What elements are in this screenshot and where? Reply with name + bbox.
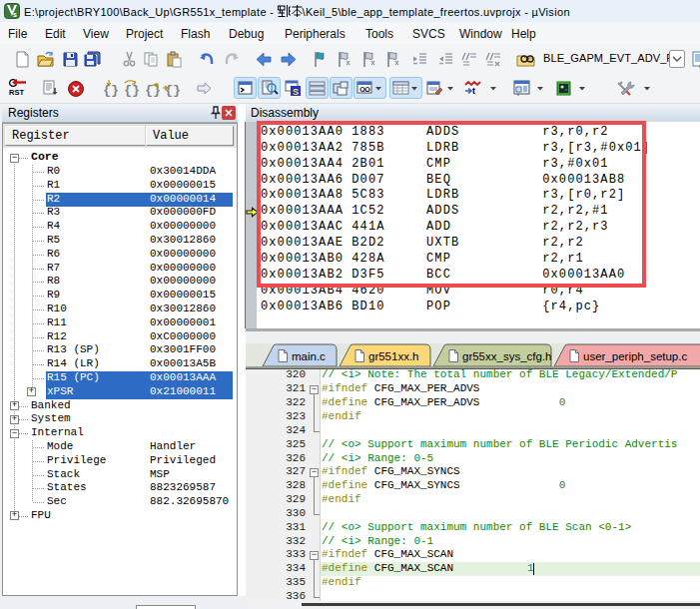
svg-text:gr551xx.h: gr551xx.h [368,350,419,362]
svg-text:RST: RST [9,88,24,97]
svg-text:{}: {} [124,83,139,97]
svg-text:main.c: main.c [292,350,326,362]
svg-text:{}: {} [165,83,180,97]
svg-text:s: s [13,11,17,18]
svg-text:S: S [293,87,299,97]
svg-text:user_periph_setup.c: user_periph_setup.c [583,350,687,362]
svg-text:{}: {} [103,83,118,97]
svg-text:t: t [472,86,475,96]
svg-text:gr55xx_sys_cfg.h: gr55xx_sys_cfg.h [462,350,552,362]
